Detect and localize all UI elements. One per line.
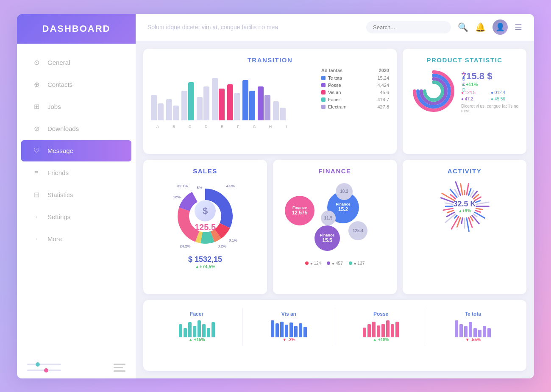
bar: [242, 80, 248, 120]
activity-title: ACTIVITY: [410, 167, 519, 175]
sidebar-item-settings[interactable]: ·Settings: [21, 206, 131, 228]
menu-lines-icon[interactable]: [114, 364, 125, 372]
activity-value: 32.5 K: [453, 200, 476, 209]
sidebar-item-friends[interactable]: ≡Friends: [21, 162, 131, 183]
finance-title: FINANCE: [281, 167, 389, 175]
search-input[interactable]: [366, 21, 451, 33]
product-stat-donut: [410, 68, 457, 114]
bar-group: [242, 80, 255, 120]
svg-line-12: [475, 212, 484, 218]
svg-line-2: [469, 189, 471, 195]
card-product-statistic: PRODUCT STATISTIC: [403, 49, 526, 154]
transition-legend: Ad tantas 2020 Te tota15.24Posse4,424Vis…: [321, 68, 389, 129]
product-stat-inner: A B C D 715.8 $ ▲+11% ● 124.5● 012.4● 47…: [410, 68, 519, 116]
sidebar-item-general[interactable]: ⊙General: [21, 52, 131, 73]
finance-inner: Finance12.575Finance15.2Finance15.510.21…: [281, 179, 389, 259]
svg-line-22: [455, 215, 457, 218]
svg-line-10: [476, 209, 483, 210]
svg-line-25: [447, 210, 453, 212]
donut-center: $ 125.5: [195, 200, 216, 232]
mini-chart: Posse ▲ +18%: [335, 308, 427, 345]
activity-inner: 32.5 K ▲+9%: [410, 179, 519, 234]
app-container: DASHBOARD ⊙General⊕Contacts⊞Jobs⊘Downloa…: [17, 14, 534, 378]
bar: [258, 86, 264, 120]
svg-line-28: [445, 203, 453, 204]
product-desc: Diceret vi us, congue facilis no mea: [461, 104, 519, 113]
product-statistic-title: PRODUCT STATISTIC: [410, 56, 519, 64]
topbar-tagline: Solum idque diceret vim at, congue facil…: [147, 24, 366, 31]
sidebar-item-more[interactable]: ·More: [21, 228, 131, 250]
bar: [264, 95, 270, 120]
bar-group: [212, 78, 225, 120]
donut-sales-wrap: $ 125.5 8% 4.5% 8.1% 3.2% 24.2% 12% 32.1…: [171, 182, 239, 250]
legend-rows: Te tota15.24Posse4,424Vis an45.6Facer414…: [321, 75, 389, 109]
activity-center: 32.5 K ▲+9%: [453, 200, 476, 213]
legend-row: Facer414.7: [321, 97, 389, 102]
svg-line-17: [467, 218, 469, 231]
legend-row: Te tota15.24: [321, 75, 389, 81]
pct-8: 8%: [197, 186, 202, 190]
bars-row: [151, 68, 317, 123]
slider-dot-pink: [44, 368, 48, 373]
bar: [151, 95, 157, 120]
main-area: Solum idque diceret vim at, congue facil…: [136, 14, 534, 378]
card-mini-charts: Facer ▲ +15% Vis an ▼ -2% Posse ▲ +18% T…: [143, 300, 526, 370]
sidebar-item-downloads[interactable]: ⊘Downloads: [21, 118, 131, 139]
product-stat-label: ● 45.56: [491, 97, 519, 101]
sidebar-item-contacts[interactable]: ⊕Contacts: [21, 74, 131, 95]
menu-icon[interactable]: ☰: [515, 22, 522, 32]
svg-line-8: [476, 202, 489, 204]
mini-slider-2[interactable]: [27, 370, 61, 371]
finance-bubble: 125.4: [348, 221, 367, 240]
sidebar-item-message[interactable]: ♡Message: [21, 140, 131, 161]
svg-line-13: [473, 214, 477, 217]
transition-title: TRANSITION: [151, 56, 389, 64]
bar: [234, 93, 240, 120]
svg-line-35: [461, 184, 463, 195]
pct-32: 3.2%: [217, 244, 226, 248]
dollar-icon: $: [195, 200, 216, 221]
sales-center-value: 125.5: [195, 222, 216, 232]
sales-change: ▲+74,5%: [195, 264, 216, 269]
bar-group: [151, 95, 164, 120]
transition-inner: ABCDEFGHI Ad tantas 2020 Te tota15.24Pos…: [151, 68, 389, 129]
bar-group: [227, 84, 240, 120]
sidebar-header: DASHBOARD: [17, 14, 136, 44]
finance-bubble: 11.5: [321, 211, 336, 225]
product-stat-label: ● 47.2: [461, 97, 489, 101]
product-stat-change: ▲+11%: [461, 82, 519, 87]
bell-icon[interactable]: 🔔: [475, 22, 486, 32]
bar-group: [197, 86, 209, 120]
search-icon[interactable]: 🔍: [458, 22, 468, 32]
svg-line-1: [467, 184, 469, 195]
bar: [203, 86, 209, 120]
sidebar-item-jobs[interactable]: ⊞Jobs: [21, 96, 131, 117]
svg-line-15: [470, 217, 473, 221]
svg-line-19: [462, 218, 462, 223]
slider-dot-teal: [36, 362, 40, 367]
bar: [197, 97, 203, 120]
bar-group: [181, 82, 194, 120]
mini-chart: Vis an ▼ -2%: [243, 308, 335, 345]
bar-group: [166, 99, 179, 120]
bar: [181, 91, 187, 120]
bar: [173, 106, 179, 120]
card-transition: TRANSITION ABCDEFGHI Ad tantas 2020 Te t…: [143, 49, 397, 154]
bar: [273, 101, 279, 120]
legend-row: Electram427.8: [321, 104, 389, 109]
bar: [219, 89, 225, 120]
finance-bubble: Finance15.5: [314, 225, 340, 251]
slider-group: [27, 364, 61, 371]
sidebar-item-statistics[interactable]: ⊟Statistics: [21, 184, 131, 206]
card-sales: SALES $ 125.5 8% 4.5% 8.1% 3.2% 24.2%: [143, 160, 267, 294]
bar: [166, 99, 172, 120]
svg-line-11: [476, 210, 480, 212]
pct-81: 8.1%: [228, 238, 237, 242]
sales-title: SALES: [151, 167, 259, 175]
avatar[interactable]: 👤: [493, 19, 508, 35]
mini-slider-1[interactable]: [27, 364, 61, 365]
bar: [249, 91, 255, 120]
finance-bubble: Finance12.575: [285, 196, 314, 225]
sidebar-bottom: [17, 357, 136, 378]
bar-group: [258, 86, 270, 120]
